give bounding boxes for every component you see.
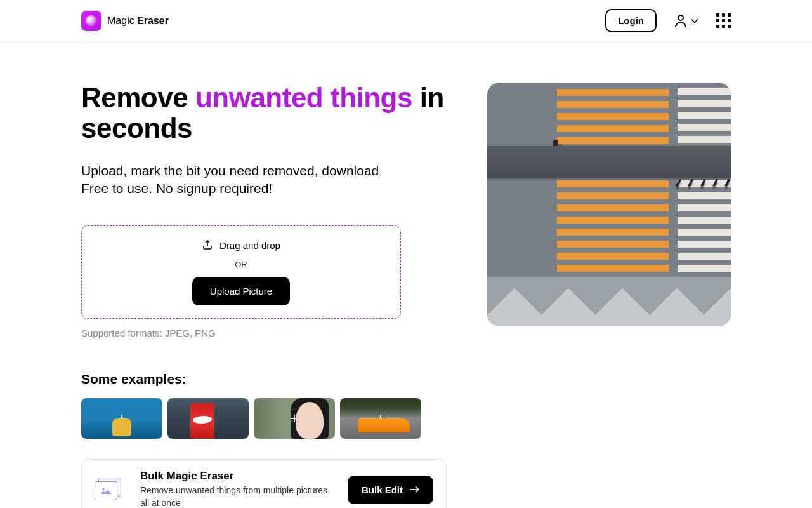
- logo-icon: [81, 11, 102, 31]
- plus-icon: +: [117, 411, 126, 426]
- plus-icon: +: [376, 411, 385, 426]
- hero-demo-image: [487, 83, 731, 326]
- bulk-description: Remove unwanted things from multiple pic…: [140, 485, 332, 508]
- examples-row: + + + +: [81, 398, 447, 439]
- svg-point-1: [103, 488, 105, 490]
- examples-heading: Some examples:: [81, 371, 447, 387]
- supported-formats-label: Supported formats: JPEG, PNG: [81, 328, 447, 338]
- upload-dropzone[interactable]: Drag and drop OR Upload Picture: [81, 225, 401, 319]
- upload-picture-button[interactable]: Upload Picture: [192, 277, 290, 305]
- drag-and-drop-label: Drag and drop: [202, 239, 280, 252]
- header: Magic Eraser Login: [0, 0, 812, 42]
- user-menu[interactable]: [674, 14, 698, 28]
- arrow-right-icon: [409, 485, 419, 495]
- plus-icon: +: [290, 411, 299, 426]
- apps-launcher-icon[interactable]: [716, 13, 731, 28]
- logo-text: Magic Eraser: [107, 15, 169, 27]
- header-actions: Login: [605, 9, 731, 32]
- example-thumbnail[interactable]: +: [167, 398, 249, 439]
- svg-point-0: [678, 15, 683, 20]
- hero-subtitle: Upload, mark the bit you need removed, d…: [81, 162, 447, 198]
- left-column: Remove unwanted things in seconds Upload…: [81, 83, 447, 508]
- brand-logo[interactable]: Magic Eraser: [81, 11, 169, 31]
- hero-title: Remove unwanted things in seconds: [81, 83, 447, 144]
- or-separator: OR: [235, 260, 247, 269]
- plus-icon: +: [204, 411, 213, 426]
- bulk-edit-button[interactable]: Bulk Edit: [348, 476, 433, 504]
- bulk-images-icon: [95, 478, 125, 503]
- example-thumbnail[interactable]: +: [340, 398, 421, 439]
- bulk-edit-card: Bulk Magic Eraser Remove unwanted things…: [81, 459, 447, 508]
- login-button[interactable]: Login: [605, 9, 657, 32]
- chevron-down-icon: [691, 18, 698, 23]
- example-thumbnail[interactable]: +: [81, 398, 162, 439]
- example-thumbnail[interactable]: +: [254, 398, 335, 439]
- upload-icon: [202, 239, 213, 252]
- user-icon: [674, 14, 687, 28]
- bulk-text: Bulk Magic Eraser Remove unwanted things…: [140, 470, 332, 508]
- bulk-title: Bulk Magic Eraser: [140, 470, 332, 483]
- main-content: Remove unwanted things in seconds Upload…: [0, 42, 812, 508]
